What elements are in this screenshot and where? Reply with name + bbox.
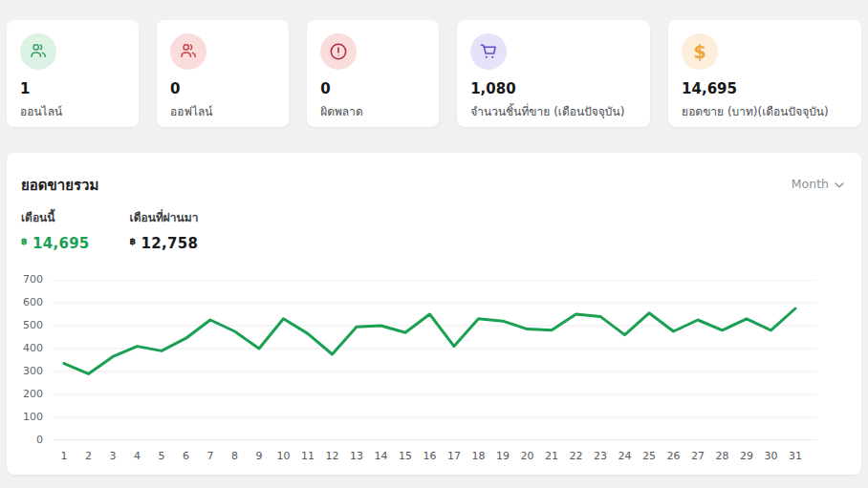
chart-title: ยอดขายรวม xyxy=(21,174,98,197)
stat-label: ยอดขาย (บาท)(เดือนปัจจุบัน) xyxy=(682,106,848,118)
x-axis-tick: 2 xyxy=(78,450,99,463)
last-month-value: ฿12,758 xyxy=(130,235,199,252)
x-axis-tick: 27 xyxy=(687,450,708,463)
y-axis-tick: 100 xyxy=(7,411,43,424)
x-axis-tick: 29 xyxy=(736,450,757,463)
x-axis-tick: 31 xyxy=(785,450,806,463)
stat-value: 0 xyxy=(170,82,275,96)
chevron-down-icon xyxy=(835,177,844,191)
last-month-label: เดือนที่ผ่านมา xyxy=(130,208,199,226)
x-axis-tick: 16 xyxy=(420,450,441,463)
stat-card-items-sold: 1,080 จำนวนชิ้นที่ขาย (เดือนปัจจุบัน) xyxy=(457,20,650,127)
x-axis-tick: 14 xyxy=(371,450,392,463)
x-axis-tick: 19 xyxy=(492,450,513,463)
x-axis-tick: 30 xyxy=(761,450,782,463)
y-axis-tick: 400 xyxy=(7,342,43,355)
y-axis-tick: 700 xyxy=(7,273,43,286)
x-axis-tick: 18 xyxy=(468,450,489,463)
x-axis-tick: 15 xyxy=(395,450,416,463)
cart-icon xyxy=(470,33,507,70)
x-axis-tick: 7 xyxy=(200,450,221,463)
baht-symbol: ฿ xyxy=(130,236,137,246)
x-axis-tick: 22 xyxy=(566,450,587,463)
dashboard-page: { "stat_cards": [ { "id": "online", "ico… xyxy=(0,0,868,488)
y-axis-tick: 300 xyxy=(7,365,43,378)
x-axis-tick: 28 xyxy=(712,450,733,463)
x-axis-tick: 23 xyxy=(590,450,611,463)
period-dropdown[interactable]: Month xyxy=(792,177,844,191)
stat-card-offline: 0 ออฟไลน์ xyxy=(157,20,289,127)
x-axis-tick: 8 xyxy=(225,450,246,463)
x-axis-tick: 12 xyxy=(322,450,343,463)
x-axis-tick: 1 xyxy=(54,450,75,463)
sales-summary-card: ยอดขายรวม Month เดือนนี้ ฿14,695 เดือนที… xyxy=(7,153,861,475)
alert-icon xyxy=(320,33,357,70)
this-month-label: เดือนนี้ xyxy=(21,208,90,226)
stat-value: 14,695 xyxy=(682,82,848,96)
y-axis-tick: 500 xyxy=(7,319,43,332)
dollar-icon: $ xyxy=(682,33,718,70)
dollar-glyph: $ xyxy=(693,43,705,61)
stat-value: 1 xyxy=(20,82,125,96)
users-icon xyxy=(20,33,56,70)
x-axis-tick: 20 xyxy=(517,450,538,463)
x-axis-tick: 5 xyxy=(151,450,172,463)
stat-label: ออฟไลน์ xyxy=(170,106,275,118)
this-month-block: เดือนนี้ ฿14,695 xyxy=(21,208,90,252)
period-dropdown-label: Month xyxy=(792,177,829,191)
stat-label: ผิดพลาด xyxy=(320,106,425,118)
x-axis-tick: 24 xyxy=(615,450,636,463)
stat-card-error: 0 ผิดพลาด xyxy=(307,20,439,127)
stat-label: จำนวนชิ้นที่ขาย (เดือนปัจจุบัน) xyxy=(470,106,637,118)
x-axis-tick: 11 xyxy=(297,450,318,463)
y-axis-tick: 600 xyxy=(7,296,43,309)
y-axis-tick: 0 xyxy=(7,434,43,447)
x-axis-tick: 25 xyxy=(639,450,660,463)
x-axis-tick: 9 xyxy=(249,450,270,463)
x-axis-tick: 17 xyxy=(444,450,465,463)
sales-line-chart[interactable] xyxy=(53,280,817,440)
y-axis-tick: 200 xyxy=(7,388,43,401)
x-axis-tick: 3 xyxy=(102,450,123,463)
x-axis-tick: 13 xyxy=(346,450,367,463)
x-axis-tick: 4 xyxy=(127,450,148,463)
stat-value: 1,080 xyxy=(470,82,637,96)
stats-row: 1 ออนไลน์ 0 ออฟไลน์ 0 ผิดพลาด xyxy=(7,20,861,127)
this-month-value: ฿14,695 xyxy=(21,235,90,252)
stat-value: 0 xyxy=(320,82,425,96)
x-axis-tick: 21 xyxy=(541,450,562,463)
baht-symbol: ฿ xyxy=(21,236,28,246)
users-icon xyxy=(170,33,206,70)
x-axis-tick: 10 xyxy=(273,450,294,463)
stat-label: ออนไลน์ xyxy=(20,106,125,118)
x-axis-tick: 6 xyxy=(176,450,197,463)
stat-card-sales: $ 14,695 ยอดขาย (บาท)(เดือนปัจจุบัน) xyxy=(668,20,861,127)
stat-card-online: 1 ออนไลน์ xyxy=(7,20,139,127)
x-axis-tick: 26 xyxy=(663,450,684,463)
sales-summary: เดือนนี้ ฿14,695 เดือนที่ผ่านมา ฿12,758 xyxy=(21,208,198,252)
last-month-block: เดือนที่ผ่านมา ฿12,758 xyxy=(130,208,199,252)
